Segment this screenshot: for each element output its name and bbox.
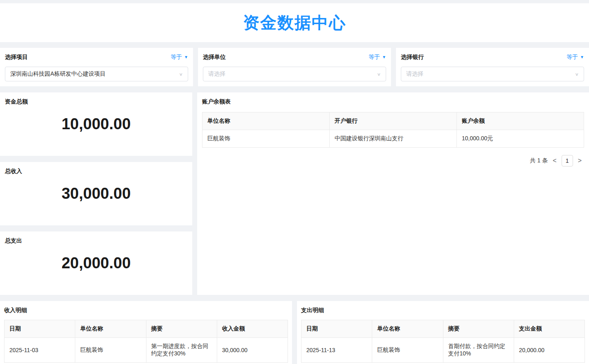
expense-table-title: 支出明细 <box>301 307 585 314</box>
filter-unit-operator-dropdown[interactable]: 等于 ▼ <box>369 54 386 61</box>
column-header: 摘要 <box>146 320 217 338</box>
bank-name-cell: 中国建设银行深圳南山支行 <box>330 130 457 148</box>
filter-project-operator-dropdown[interactable]: 等于 ▼ <box>171 54 188 61</box>
date-cell: 2025-11-13 <box>301 338 372 363</box>
filter-bank: 选择银行 等于 ▼ 请选择 ∨ <box>396 48 589 86</box>
filter-unit-head: 选择单位 等于 ▼ <box>203 53 386 62</box>
filter-bank-operator-label: 等于 <box>567 54 578 61</box>
caret-down-icon: ▼ <box>382 55 386 59</box>
balance-card: 账户余额表 单位名称 开户银行 账户余额 巨航装饰 中国建设银行深圳南山支行 1… <box>197 92 589 295</box>
summary-cell: 第一期进度款，按合同约定支付30% <box>146 338 217 363</box>
bottom-row: 收入明细 日期 单位名称 摘要 收入金额 2025-11-03 巨航装饰 第一期… <box>0 301 589 364</box>
amount-cell: 20,000.00 <box>514 338 585 363</box>
filter-unit: 选择单位 等于 ▼ 请选择 ∨ <box>198 48 391 86</box>
table-row: 巨航装饰 中国建设银行深圳南山支行 10,000.00元 <box>202 130 584 148</box>
filter-unit-operator-label: 等于 <box>369 54 380 61</box>
column-header: 开户银行 <box>330 112 457 130</box>
page: 资金数据中心 选择项目 等于 ▼ 深圳南山科技园A栋研发中心建设项目 ∨ 选择单… <box>0 0 589 364</box>
column-header: 日期 <box>4 320 75 338</box>
bank-select[interactable]: 请选择 ∨ <box>401 67 584 81</box>
balance-table-header-row: 单位名称 开户银行 账户余额 <box>202 112 584 130</box>
unit-name-cell: 巨航装饰 <box>372 338 443 363</box>
unit-select-placeholder: 请选择 <box>208 70 225 78</box>
unit-name-cell: 巨航装饰 <box>202 130 330 148</box>
expense-table: 日期 单位名称 摘要 支出金额 2025-11-13 巨航装饰 首期付款，按合同… <box>301 320 585 363</box>
pagination: 共 1 条 < 1 > <box>202 155 584 166</box>
pagination-total: 共 1 条 <box>530 157 548 164</box>
next-page-icon[interactable]: > <box>578 157 582 164</box>
expense-detail-card: 支出明细 日期 单位名称 摘要 支出金额 2025-11-13 巨航装饰 首期付… <box>297 301 589 364</box>
main-row: 资金总额 10,000.00 总收入 30,000.00 总支出 20,000.… <box>0 92 589 295</box>
summary-cell: 首期付款，按合同约定支付10% <box>443 338 514 363</box>
stat-card-total-funds: 资金总额 10,000.00 <box>0 92 192 156</box>
column-header: 收入金额 <box>217 320 288 338</box>
amount-cell: 30,000.00 <box>217 338 288 363</box>
page-number-button[interactable]: 1 <box>562 155 573 166</box>
filter-project: 选择项目 等于 ▼ 深圳南山科技园A栋研发中心建设项目 ∨ <box>0 48 193 86</box>
balance-cell: 10,000.00元 <box>457 130 584 148</box>
income-table-title: 收入明细 <box>4 307 288 314</box>
date-cell: 2025-11-03 <box>4 338 75 363</box>
bank-select-placeholder: 请选择 <box>406 70 423 78</box>
income-detail-card: 收入明细 日期 单位名称 摘要 收入金额 2025-11-03 巨航装饰 第一期… <box>0 301 292 364</box>
table-row: 2025-11-03 巨航装饰 第一期进度款，按合同约定支付30% 30,000… <box>4 338 288 363</box>
page-title: 资金数据中心 <box>243 11 346 34</box>
filter-unit-label: 选择单位 <box>203 54 226 61</box>
balance-table: 单位名称 开户银行 账户余额 巨航装饰 中国建设银行深圳南山支行 10,000.… <box>202 112 584 148</box>
page-header: 资金数据中心 <box>0 3 589 42</box>
stat-card-total-income: 总收入 30,000.00 <box>0 162 192 225</box>
balance-table-title: 账户余额表 <box>202 98 584 106</box>
stat-column: 资金总额 10,000.00 总收入 30,000.00 总支出 20,000.… <box>0 92 192 295</box>
caret-down-icon: ▼ <box>184 55 188 59</box>
filter-project-label: 选择项目 <box>5 54 28 61</box>
chevron-down-icon: ∨ <box>575 72 579 76</box>
column-header: 账户余额 <box>457 112 584 130</box>
expense-table-header-row: 日期 单位名称 摘要 支出金额 <box>301 320 585 338</box>
filter-bank-head: 选择银行 等于 ▼ <box>401 53 584 62</box>
caret-down-icon: ▼ <box>580 55 584 59</box>
project-select[interactable]: 深圳南山科技园A栋研发中心建设项目 ∨ <box>5 67 188 81</box>
stat-card-total-expense: 总支出 20,000.00 <box>0 231 192 295</box>
unit-name-cell: 巨航装饰 <box>75 338 146 363</box>
column-header: 摘要 <box>443 320 514 338</box>
prev-page-icon[interactable]: < <box>553 157 556 164</box>
filter-project-operator-label: 等于 <box>171 54 182 61</box>
stat-value: 10,000.00 <box>0 115 192 133</box>
unit-select[interactable]: 请选择 ∨ <box>203 67 386 81</box>
income-table: 日期 单位名称 摘要 收入金额 2025-11-03 巨航装饰 第一期进度款，按… <box>4 320 288 363</box>
stat-label: 总收入 <box>5 168 187 175</box>
chevron-down-icon: ∨ <box>179 72 183 76</box>
stat-label: 资金总额 <box>5 98 187 106</box>
table-row: 2025-11-13 巨航装饰 首期付款，按合同约定支付10% 20,000.0… <box>301 338 585 363</box>
stat-value: 20,000.00 <box>0 254 192 272</box>
column-header: 单位名称 <box>75 320 146 338</box>
filter-project-head: 选择项目 等于 ▼ <box>5 53 188 62</box>
stat-label: 总支出 <box>5 237 187 245</box>
chevron-down-icon: ∨ <box>377 72 381 76</box>
filter-bank-label: 选择银行 <box>401 54 424 61</box>
income-table-header-row: 日期 单位名称 摘要 收入金额 <box>4 320 288 338</box>
project-select-value: 深圳南山科技园A栋研发中心建设项目 <box>10 70 106 78</box>
column-header: 单位名称 <box>372 320 443 338</box>
filter-row: 选择项目 等于 ▼ 深圳南山科技园A栋研发中心建设项目 ∨ 选择单位 等于 ▼ <box>0 48 589 86</box>
column-header: 单位名称 <box>202 112 330 130</box>
filter-bank-operator-dropdown[interactable]: 等于 ▼ <box>567 54 584 61</box>
column-header: 支出金额 <box>514 320 585 338</box>
stat-value: 30,000.00 <box>0 185 192 202</box>
column-header: 日期 <box>301 320 372 338</box>
